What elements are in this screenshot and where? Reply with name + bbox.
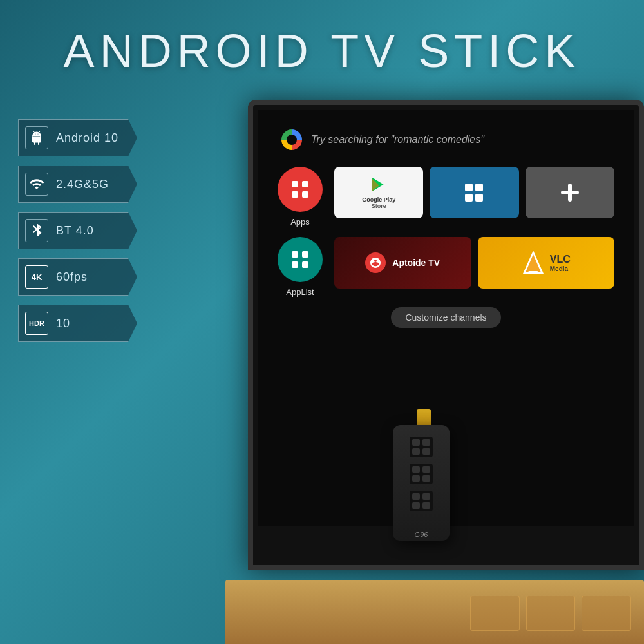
spec-bt-label: BT 4.0: [56, 224, 94, 238]
spec-hdr-label: 10: [56, 317, 70, 330]
apps-app[interactable]: Apps: [278, 167, 323, 227]
applist-label: AppList: [286, 287, 314, 297]
apps-row-1: Apps Google Play Store: [271, 167, 621, 227]
vent-dot-2: [422, 439, 430, 446]
hdr-icon: HDR: [25, 312, 48, 335]
android-icon: [25, 126, 48, 149]
applist-icon: [278, 237, 323, 282]
vent-dot-1: [412, 439, 420, 446]
vent-dot-5: [412, 466, 420, 473]
apps-row-2: AppList Aptoide TV: [271, 237, 621, 297]
specs-list: Android 10 2.4G&5G BT 4.0 4K 60fps HDR 1…: [18, 119, 137, 342]
vent-dot-7: [412, 475, 420, 482]
drawer-3: [582, 596, 631, 631]
spec-android: Android 10: [18, 119, 137, 156]
svg-rect-2: [292, 191, 298, 198]
bluetooth-icon: [25, 219, 48, 242]
spec-hdr: HDR 10: [18, 305, 137, 342]
spec-wifi: 2.4G&5G: [18, 166, 137, 203]
vent-dot-8: [422, 475, 430, 482]
apps-icon: [278, 167, 323, 212]
spec-4k-label: 60fps: [56, 270, 88, 284]
apps-label: Apps: [290, 217, 310, 227]
vent-dot-6: [422, 466, 430, 473]
furniture-drawers: [470, 596, 631, 631]
vent-grid-top: [410, 437, 433, 457]
svg-rect-7: [475, 194, 483, 202]
aptoide-card[interactable]: Aptoide TV: [334, 237, 471, 289]
spec-4k: 4K 60fps: [18, 258, 137, 296]
furniture-table: [225, 580, 644, 644]
customize-wrapper: Customize channels: [271, 307, 621, 328]
spec-bluetooth: BT 4.0: [18, 212, 137, 249]
vent-dot-12: [422, 502, 430, 509]
vent-dot-3: [412, 448, 420, 455]
vent-dot-9: [412, 493, 420, 500]
search-bar: Try searching for "romantic comedies": [271, 123, 621, 156]
svg-rect-12: [292, 261, 298, 268]
vent-grid-mid: [410, 464, 433, 484]
svg-rect-16: [528, 271, 538, 274]
stick-body: G96: [393, 425, 450, 541]
4k-icon: 4K: [25, 265, 48, 289]
customize-channels-button[interactable]: Customize channels: [391, 307, 500, 328]
svg-rect-11: [302, 251, 308, 258]
drawer-1: [470, 596, 520, 631]
search-hint: Try searching for "romantic comedies": [311, 134, 484, 146]
add-card[interactable]: [526, 167, 614, 218]
spec-android-label: Android 10: [56, 131, 118, 145]
svg-rect-4: [465, 184, 473, 191]
vent-dot-11: [412, 502, 420, 509]
applist-app[interactable]: AppList: [278, 237, 323, 297]
bottom-apps-grid: Aptoide TV: [334, 237, 614, 289]
svg-rect-6: [465, 194, 473, 202]
aptoide-label: Aptoide TV: [392, 258, 440, 268]
vent-grid-bot: [410, 491, 433, 511]
top-apps-grid: Google Play Store: [334, 167, 614, 218]
vlc-card[interactable]: VLC Media: [478, 237, 615, 289]
page-title: ANDROID TV STICK: [0, 24, 644, 77]
svg-rect-1: [302, 181, 308, 187]
wifi-icon: [25, 173, 48, 196]
vent-dot-10: [422, 493, 430, 500]
svg-rect-5: [475, 184, 483, 191]
svg-rect-3: [302, 191, 308, 198]
spec-wifi-label: 2.4G&5G: [56, 178, 109, 191]
svg-rect-10: [292, 251, 298, 258]
play-store-card[interactable]: Google Play Store: [334, 167, 423, 218]
svg-rect-9: [561, 191, 579, 194]
channels-card[interactable]: [430, 167, 518, 218]
brand-logo: G96: [415, 531, 428, 538]
vent-dot-4: [422, 448, 430, 455]
svg-rect-0: [292, 181, 298, 187]
google-logo: [281, 129, 302, 150]
tv-stick-device: G96: [393, 425, 454, 560]
drawer-2: [526, 596, 576, 631]
svg-rect-13: [302, 261, 308, 268]
